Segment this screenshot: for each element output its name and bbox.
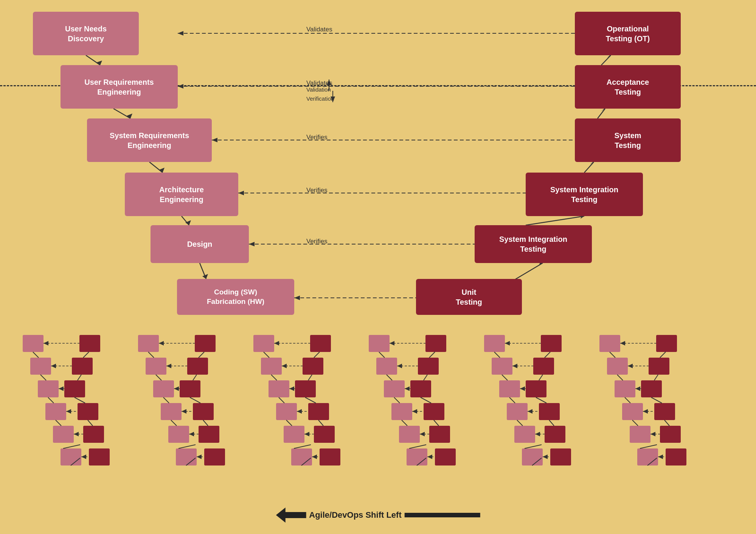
svg-marker-97 (174, 386, 179, 391)
svg-line-6 (182, 216, 189, 225)
svg-line-83 (156, 375, 161, 380)
svg-rect-109 (291, 448, 312, 465)
svg-line-52 (71, 458, 80, 465)
user-needs-box: User NeedsDiscovery (33, 12, 139, 55)
svg-line-187 (517, 420, 523, 426)
svg-line-227 (640, 445, 657, 448)
svg-line-219 (617, 375, 623, 380)
svg-rect-208 (615, 380, 635, 397)
svg-rect-36 (23, 335, 43, 352)
svg-rect-182 (545, 426, 565, 443)
svg-marker-231 (628, 364, 633, 368)
svg-rect-76 (195, 335, 216, 352)
svg-rect-211 (637, 448, 658, 465)
svg-rect-179 (533, 358, 554, 375)
svg-line-122 (308, 375, 312, 380)
svg-line-193 (525, 445, 542, 448)
svg-rect-72 (153, 380, 174, 397)
svg-marker-93 (159, 341, 164, 346)
svg-line-224 (654, 375, 658, 380)
svg-rect-178 (541, 335, 562, 352)
user-req-box: User RequirementsEngineering (61, 65, 178, 109)
svg-marker-3 (127, 114, 132, 118)
svg-rect-110 (310, 335, 331, 352)
svg-rect-71 (146, 358, 166, 375)
svg-marker-31 (294, 296, 300, 300)
svg-line-48 (33, 352, 39, 358)
svg-rect-44 (64, 380, 85, 397)
svg-line-18 (601, 55, 611, 65)
svg-marker-137 (312, 455, 317, 459)
svg-rect-141 (391, 403, 412, 420)
svg-rect-172 (484, 335, 505, 352)
svg-line-158 (434, 420, 439, 426)
svg-rect-38 (38, 380, 59, 397)
svg-line-190 (539, 375, 543, 380)
svg-line-125 (294, 445, 311, 448)
svg-line-223 (660, 352, 666, 358)
mini-diagrams-svg (0, 329, 756, 515)
svg-line-90 (203, 420, 208, 426)
svg-rect-212 (656, 335, 677, 352)
svg-line-56 (88, 420, 93, 426)
svg-line-192 (549, 420, 554, 426)
svg-rect-115 (320, 448, 340, 465)
svg-rect-41 (61, 448, 81, 465)
shift-left-text: Agile/DevOps Shift Left (309, 510, 401, 520)
svg-marker-163 (397, 364, 402, 368)
svg-rect-73 (161, 403, 182, 420)
svg-line-186 (509, 397, 515, 403)
svg-rect-46 (83, 426, 104, 443)
svg-marker-135 (304, 432, 309, 436)
svg-rect-70 (138, 335, 159, 352)
svg-marker-133 (297, 409, 302, 414)
svg-rect-112 (295, 380, 316, 397)
svg-marker-167 (412, 409, 417, 414)
svg-line-0 (86, 55, 100, 65)
unit-test-box: UnitTesting (416, 279, 522, 315)
svg-rect-209 (622, 403, 643, 420)
svg-line-85 (171, 420, 177, 426)
svg-rect-213 (649, 358, 669, 375)
svg-rect-105 (261, 358, 282, 375)
shift-left-bar (405, 513, 480, 517)
svg-rect-106 (269, 380, 289, 397)
svg-marker-9 (202, 274, 208, 279)
svg-rect-108 (284, 426, 304, 443)
svg-line-119 (286, 420, 292, 426)
svg-rect-142 (399, 426, 420, 443)
svg-rect-183 (550, 448, 571, 465)
svg-rect-177 (522, 448, 543, 465)
svg-marker-235 (643, 409, 648, 414)
svg-line-191 (536, 397, 546, 403)
svg-line-124 (318, 420, 323, 426)
svg-rect-45 (78, 403, 98, 420)
svg-line-14 (584, 162, 594, 173)
svg-line-222 (647, 458, 657, 465)
svg-line-188 (532, 458, 542, 465)
svg-rect-145 (418, 358, 439, 375)
svg-line-88 (193, 375, 197, 380)
svg-rect-81 (204, 448, 225, 465)
svg-rect-77 (187, 358, 208, 375)
svg-rect-80 (199, 426, 219, 443)
svg-marker-99 (182, 409, 186, 414)
svg-line-152 (394, 397, 400, 403)
svg-line-51 (56, 420, 61, 426)
svg-rect-144 (425, 335, 446, 352)
svg-rect-104 (253, 335, 274, 352)
svg-line-225 (651, 397, 662, 403)
svg-line-150 (379, 352, 385, 358)
svg-rect-37 (30, 358, 51, 375)
svg-line-50 (48, 397, 54, 403)
svg-marker-1 (96, 61, 102, 65)
validates2-label: Validates (306, 79, 332, 87)
svg-rect-206 (599, 335, 620, 352)
svg-line-185 (502, 375, 508, 380)
shift-left-label: Agile/DevOps Shift Left (276, 508, 480, 523)
svg-marker-95 (166, 364, 171, 368)
svg-marker-23 (178, 84, 183, 89)
svg-line-57 (63, 445, 80, 448)
svg-marker-25 (212, 138, 217, 142)
svg-rect-40 (53, 426, 74, 443)
